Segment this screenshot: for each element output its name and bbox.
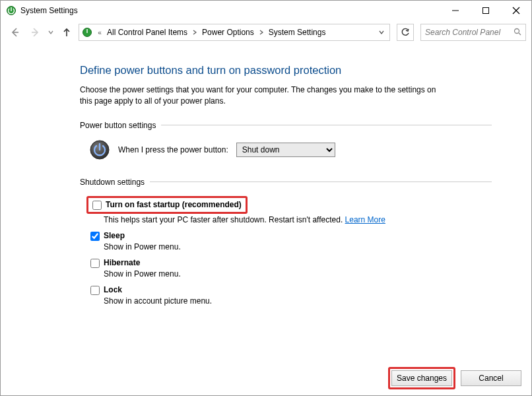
option-lock: Lock Show in account picture menu. bbox=[90, 285, 492, 306]
forward-button[interactable] bbox=[27, 24, 43, 40]
hibernate-label: Hibernate bbox=[104, 258, 140, 267]
section-label: Power button settings bbox=[80, 121, 156, 130]
search-box[interactable] bbox=[420, 24, 526, 41]
svg-rect-3 bbox=[483, 8, 489, 14]
navigation-toolbar: « All Control Panel Items Power Options … bbox=[1, 20, 531, 44]
hibernate-checkbox[interactable] bbox=[90, 259, 100, 268]
save-button[interactable]: Save changes bbox=[391, 370, 452, 386]
svg-line-12 bbox=[519, 33, 521, 35]
power-button-label: When I press the power button: bbox=[118, 145, 228, 154]
back-button[interactable] bbox=[7, 24, 23, 40]
close-button[interactable] bbox=[501, 1, 531, 20]
chevron-right-icon[interactable] bbox=[258, 30, 265, 35]
page-title: Define power buttons and turn on passwor… bbox=[80, 64, 492, 77]
search-input[interactable] bbox=[425, 28, 521, 37]
shutdown-settings-legend: Shutdown settings bbox=[80, 178, 492, 187]
hibernate-desc: Show in Power menu. bbox=[104, 269, 492, 279]
lock-label: Lock bbox=[104, 285, 122, 294]
app-icon bbox=[6, 5, 17, 16]
breadcrumb-item[interactable]: All Control Panel Items bbox=[104, 28, 190, 37]
control-panel-icon bbox=[82, 27, 92, 38]
maximize-button[interactable] bbox=[471, 1, 501, 20]
lock-checkbox[interactable] bbox=[90, 286, 100, 295]
lock-desc: Show in account picture menu. bbox=[104, 296, 492, 306]
option-fast-startup: Turn on fast startup (recommended) This … bbox=[86, 196, 492, 224]
breadcrumb-item[interactable]: System Settings bbox=[266, 28, 329, 37]
section-label: Shutdown settings bbox=[80, 178, 145, 187]
footer-buttons: Save changes Cancel bbox=[388, 367, 521, 389]
window-title: System Settings bbox=[20, 6, 78, 15]
search-icon bbox=[514, 28, 521, 38]
sleep-checkbox[interactable] bbox=[90, 232, 100, 241]
sleep-desc: Show in Power menu. bbox=[104, 242, 492, 251]
power-button-settings-legend: Power button settings bbox=[80, 121, 492, 130]
page-description: Choose the power settings that you want … bbox=[80, 84, 449, 108]
fast-startup-checkbox[interactable] bbox=[92, 201, 102, 210]
sleep-label: Sleep bbox=[104, 231, 125, 240]
titlebar: System Settings bbox=[1, 1, 531, 20]
address-dropdown-icon[interactable] bbox=[375, 30, 388, 35]
fast-startup-label: Turn on fast startup (recommended) bbox=[106, 200, 242, 209]
refresh-button[interactable] bbox=[397, 24, 414, 41]
power-button-row: When I press the power button: Shut down bbox=[89, 139, 492, 160]
minimize-button[interactable] bbox=[440, 1, 471, 20]
breadcrumb-overflow-icon[interactable]: « bbox=[96, 29, 103, 36]
svg-rect-1 bbox=[11, 7, 11, 11]
fast-startup-desc: This helps start your PC faster after sh… bbox=[104, 215, 345, 224]
option-sleep: Sleep Show in Power menu. bbox=[90, 231, 492, 251]
up-button[interactable] bbox=[59, 24, 75, 40]
option-hibernate: Hibernate Show in Power menu. bbox=[90, 258, 492, 279]
learn-more-link[interactable]: Learn More bbox=[345, 215, 385, 224]
chevron-right-icon[interactable] bbox=[191, 30, 198, 35]
recent-locations-dropdown[interactable] bbox=[47, 24, 55, 40]
power-icon bbox=[89, 139, 110, 160]
breadcrumb[interactable]: « All Control Panel Items Power Options … bbox=[79, 24, 390, 41]
power-button-action-select[interactable]: Shut down bbox=[236, 143, 335, 157]
breadcrumb-item[interactable]: Power Options bbox=[199, 28, 257, 37]
svg-rect-10 bbox=[86, 29, 87, 33]
svg-point-11 bbox=[515, 28, 519, 33]
cancel-button[interactable]: Cancel bbox=[461, 370, 521, 386]
content-area: Define power buttons and turn on passwor… bbox=[1, 44, 531, 325]
